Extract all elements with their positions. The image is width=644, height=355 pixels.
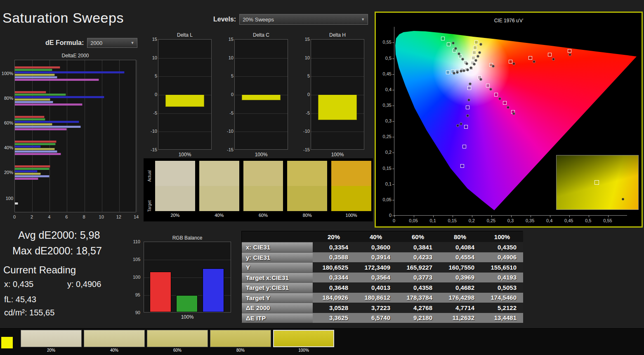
sweep-tile-100%[interactable]: 100%	[273, 330, 334, 353]
row-label: ΔE ITP	[242, 313, 313, 323]
table-cell: 0,4358	[397, 282, 439, 293]
swatch-cells: 20%40%60%80%100%	[153, 161, 371, 221]
table-cell: 0,5053	[481, 282, 523, 293]
gridline	[67, 60, 67, 212]
bar	[15, 96, 104, 98]
avg-de2000: Avg dE2000: 5,98	[18, 229, 100, 241]
de-formula-dropdown[interactable]: 2000 ▼	[87, 38, 137, 48]
axis-tick-label: 110	[133, 239, 140, 244]
table-cell: 5,2122	[481, 303, 523, 313]
table-cell: 0,3914	[355, 252, 397, 263]
axis-tick-label: 0	[226, 92, 234, 97]
table-cell: 4,2768	[397, 303, 439, 313]
axis-tick-label: 5	[302, 73, 310, 78]
axis-tick-label: 90	[133, 310, 140, 315]
axis-tick-label: 0,35	[378, 103, 392, 108]
target-point	[472, 51, 476, 54]
row-label: y: CIE31	[242, 252, 313, 263]
tile-swatch	[273, 330, 334, 347]
axis-tick-label: -5	[302, 110, 310, 115]
axis-tick-label: 0	[150, 92, 157, 97]
table-cell: 3,3625	[313, 313, 355, 323]
measured-point	[461, 58, 464, 61]
delta-h-plot-area	[311, 39, 364, 150]
current-reading-title: Current Reading	[3, 264, 76, 276]
table-header: 20%	[313, 231, 355, 242]
bar	[15, 123, 52, 125]
swatch-label: 80%	[287, 211, 327, 219]
measured-point	[460, 70, 462, 73]
axis-tick-label: 0	[378, 213, 392, 218]
axis-tick	[392, 169, 394, 169]
axis-tick-label: 15	[302, 37, 310, 42]
sweep-tile-60%[interactable]: 60%	[147, 330, 208, 353]
gridline	[32, 60, 33, 212]
axis-tick-label: 2	[27, 214, 36, 219]
table-header	[242, 231, 313, 242]
table-cell: 0,4906	[481, 252, 523, 263]
target-point	[548, 53, 552, 56]
axis-tick-label: 0,05	[378, 197, 392, 202]
measured-point	[489, 88, 492, 91]
axis-tick-label: 0,1	[427, 218, 439, 223]
measured-point	[492, 65, 495, 68]
delta-c-plot-area	[234, 39, 288, 150]
table-cell: 11,2632	[439, 313, 481, 323]
delta-l-plot-area	[158, 39, 212, 150]
target-point	[441, 37, 445, 40]
swatch-label: 60%	[243, 211, 283, 219]
axis-tick	[392, 121, 394, 122]
swatch-label: 40%	[199, 211, 239, 219]
axis-group-label: 20%	[0, 170, 13, 175]
levels-dropdown[interactable]: 20% Sweeps ▼	[239, 14, 368, 25]
axis-tick-label: 0,5	[583, 218, 594, 223]
axis-tick-label: 100	[133, 275, 140, 280]
cie-zoom-inset	[556, 155, 639, 210]
axis-group-label: 40%	[0, 145, 13, 150]
axis-tick-label: -15	[302, 147, 310, 152]
bar	[15, 116, 45, 118]
current-reading-x: x: 0,435	[4, 280, 33, 289]
target-point	[467, 86, 471, 90]
axis-tick-label: 15	[226, 37, 234, 42]
table-cell: 0,3969	[439, 273, 481, 283]
target-point	[462, 145, 466, 148]
sweep-tile-20%[interactable]: 20%	[21, 330, 82, 353]
table-cell: 172,3409	[355, 262, 397, 273]
axis-tick-label: 0,1	[378, 181, 392, 186]
axis-tick-label: 10	[302, 55, 310, 60]
measured-point	[512, 62, 515, 65]
levels-row: Levels: 20% Sweeps ▼	[213, 14, 368, 25]
axis-tick	[550, 215, 550, 217]
axis-tick-label: -15	[150, 147, 157, 152]
cie-title: CIE 1976 u'v'	[376, 18, 642, 24]
axis-tick	[531, 215, 531, 217]
axis-tick-label: 0,15	[446, 218, 458, 223]
target-swatch	[331, 186, 371, 211]
levels-label: Levels:	[213, 16, 236, 23]
actual-swatch	[243, 161, 283, 186]
axis-tick-label: 0,15	[378, 166, 392, 171]
bar	[15, 74, 55, 76]
axis-tick-label: 0,2	[466, 218, 477, 223]
sweep-tile-80%[interactable]: 80%	[210, 330, 271, 353]
actual-swatch	[155, 161, 195, 186]
row-label: Y	[242, 262, 313, 273]
actual-label: Actual	[147, 170, 152, 182]
target-point	[594, 180, 599, 185]
bar	[15, 143, 56, 145]
target-point	[460, 164, 464, 168]
tile-label: 40%	[84, 347, 145, 353]
swatch-column: 40%	[199, 161, 239, 221]
table-cell: 13,4481	[481, 313, 523, 323]
table-cell: 184,0926	[313, 293, 355, 303]
sweep-tile-40%[interactable]: 40%	[84, 330, 145, 353]
bar	[15, 146, 41, 148]
axis-tick-label: 0	[302, 92, 310, 97]
target-point	[494, 93, 498, 96]
target-swatch	[155, 186, 195, 211]
gridline	[235, 76, 288, 77]
levels-value: 20% Sweeps	[243, 16, 274, 23]
tile-swatch	[21, 330, 82, 347]
target-point	[466, 106, 469, 109]
